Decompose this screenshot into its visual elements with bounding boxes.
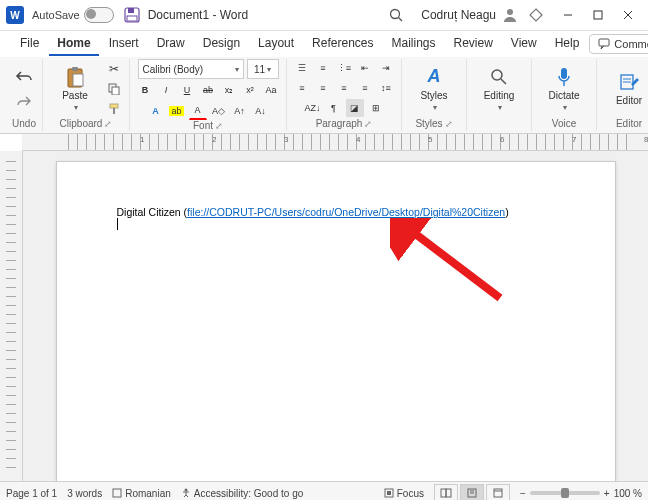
grow-font-button[interactable]: A↑ <box>231 102 249 120</box>
focus-mode-button[interactable]: Focus <box>384 488 424 499</box>
svg-rect-15 <box>73 74 83 86</box>
zoom-slider[interactable] <box>530 491 600 495</box>
borders-button[interactable]: ⊞ <box>367 99 385 117</box>
clear-format-button[interactable]: A◇ <box>210 102 228 120</box>
tab-insert[interactable]: Insert <box>101 32 147 56</box>
svg-line-21 <box>501 79 506 84</box>
font-size-select[interactable]: 11▾ <box>247 59 279 79</box>
page-scroll[interactable]: Digital Citizen (file://CODRUT-PC/Users/… <box>23 151 648 481</box>
italic-button[interactable]: I <box>157 81 175 99</box>
strikethrough-button[interactable]: ab <box>199 81 217 99</box>
tab-draw[interactable]: Draw <box>149 32 193 56</box>
tab-help[interactable]: Help <box>547 32 588 56</box>
styles-button[interactable]: A Styles ▾ <box>408 64 460 114</box>
svg-rect-2 <box>127 16 137 21</box>
align-right-button[interactable]: ≡ <box>335 79 353 97</box>
close-button[interactable] <box>614 3 642 27</box>
justify-button[interactable]: ≡ <box>356 79 374 97</box>
line-spacing-button[interactable]: ↕≡ <box>377 79 395 97</box>
text-effects-button[interactable]: A <box>147 102 165 120</box>
tab-mailings[interactable]: Mailings <box>383 32 443 56</box>
zoom-out-button[interactable]: − <box>520 488 526 499</box>
tab-design[interactable]: Design <box>195 32 248 56</box>
clipboard-icon <box>64 66 86 88</box>
language-indicator[interactable]: Romanian <box>112 488 171 499</box>
undo-button[interactable] <box>12 66 36 88</box>
tab-review[interactable]: Review <box>446 32 501 56</box>
change-case-button[interactable]: Aa <box>262 81 280 99</box>
search-icon[interactable] <box>389 8 403 22</box>
shrink-font-button[interactable]: A↓ <box>252 102 270 120</box>
document-page[interactable]: Digital Citizen (file://CODRUT-PC/Users/… <box>56 161 616 481</box>
editing-button[interactable]: Editing ▾ <box>473 64 525 114</box>
increase-indent-button[interactable]: ⇥ <box>377 59 395 77</box>
align-center-button[interactable]: ≡ <box>314 79 332 97</box>
dialog-launcher-icon[interactable]: ⤢ <box>215 121 223 131</box>
editor-icon <box>618 71 640 93</box>
subscript-button[interactable]: x₂ <box>220 81 238 99</box>
maximize-button[interactable] <box>584 3 612 27</box>
dictate-button[interactable]: Dictate ▾ <box>538 64 590 114</box>
bullets-button[interactable]: ☰ <box>293 59 311 77</box>
comment-icon <box>598 38 610 50</box>
font-family-select[interactable]: Calibri (Body)▾ <box>138 59 244 79</box>
vertical-ruler[interactable] <box>0 151 23 481</box>
svg-rect-28 <box>113 489 121 497</box>
tab-layout[interactable]: Layout <box>250 32 302 56</box>
show-marks-button[interactable]: ¶ <box>325 99 343 117</box>
svg-rect-22 <box>561 68 567 79</box>
language-icon <box>112 488 122 498</box>
zoom-level[interactable]: 100 % <box>614 488 642 499</box>
read-mode-button[interactable] <box>434 484 458 500</box>
horizontal-ruler[interactable]: 12345678910111213 <box>22 134 648 151</box>
svg-point-5 <box>507 9 513 15</box>
user-account[interactable]: Codruț Neagu <box>421 7 518 23</box>
tab-file[interactable]: File <box>12 32 47 56</box>
save-icon[interactable] <box>124 7 140 23</box>
decrease-indent-button[interactable]: ⇤ <box>356 59 374 77</box>
page-indicator[interactable]: Page 1 of 1 <box>6 488 57 499</box>
user-avatar-icon <box>502 7 518 23</box>
editor-button[interactable]: Editor <box>603 69 648 108</box>
shading-button[interactable]: ◪ <box>346 99 364 117</box>
numbering-button[interactable]: ≡ <box>314 59 332 77</box>
find-icon <box>488 66 510 88</box>
comments-button[interactable]: Comments ▾ <box>589 34 648 54</box>
svg-point-29 <box>184 488 187 491</box>
underline-button[interactable]: U <box>178 81 196 99</box>
paste-button[interactable]: Paste ▾ <box>49 64 101 114</box>
superscript-button[interactable]: x² <box>241 81 259 99</box>
copy-button[interactable] <box>105 80 123 98</box>
tab-home[interactable]: Home <box>49 32 98 56</box>
zoom-control[interactable]: − + 100 % <box>520 488 642 499</box>
cut-button[interactable] <box>105 60 123 78</box>
zoom-in-button[interactable]: + <box>604 488 610 499</box>
sort-button[interactable]: AZ↓ <box>304 99 322 117</box>
autosave-toggle[interactable] <box>84 7 114 23</box>
web-layout-button[interactable] <box>486 484 510 500</box>
format-painter-button[interactable] <box>105 100 123 118</box>
align-left-button[interactable]: ≡ <box>293 79 311 97</box>
document-body[interactable]: Digital Citizen (file://CODRUT-PC/Users/… <box>117 206 555 230</box>
print-layout-button[interactable] <box>460 484 484 500</box>
editing-group: Editing ▾ . <box>467 59 532 131</box>
svg-rect-14 <box>72 67 78 71</box>
status-bar: Page 1 of 1 3 words Romanian Accessibili… <box>0 481 648 500</box>
word-count[interactable]: 3 words <box>67 488 102 499</box>
minimize-button[interactable] <box>554 3 582 27</box>
text-cursor <box>117 218 118 230</box>
multilevel-list-button[interactable]: ⋮≡ <box>335 59 353 77</box>
dialog-launcher-icon[interactable]: ⤢ <box>104 119 112 129</box>
dialog-launcher-icon[interactable]: ⤢ <box>364 119 372 129</box>
redo-button[interactable] <box>12 90 36 112</box>
styles-group: A Styles ▾ Styles⤢ <box>402 59 467 131</box>
hyperlink[interactable]: file://CODRUT-PC/Users/codru/OneDrive/De… <box>187 206 505 218</box>
diamond-icon[interactable] <box>528 7 544 23</box>
ribbon-tabs: FileHomeInsertDrawDesignLayoutReferences… <box>0 31 648 57</box>
tab-references[interactable]: References <box>304 32 381 56</box>
font-color-button[interactable]: A <box>189 101 207 120</box>
bold-button[interactable]: B <box>136 81 154 99</box>
highlight-button[interactable]: ab <box>168 102 186 120</box>
accessibility-status[interactable]: Accessibility: Good to go <box>181 488 304 499</box>
tab-view[interactable]: View <box>503 32 545 56</box>
